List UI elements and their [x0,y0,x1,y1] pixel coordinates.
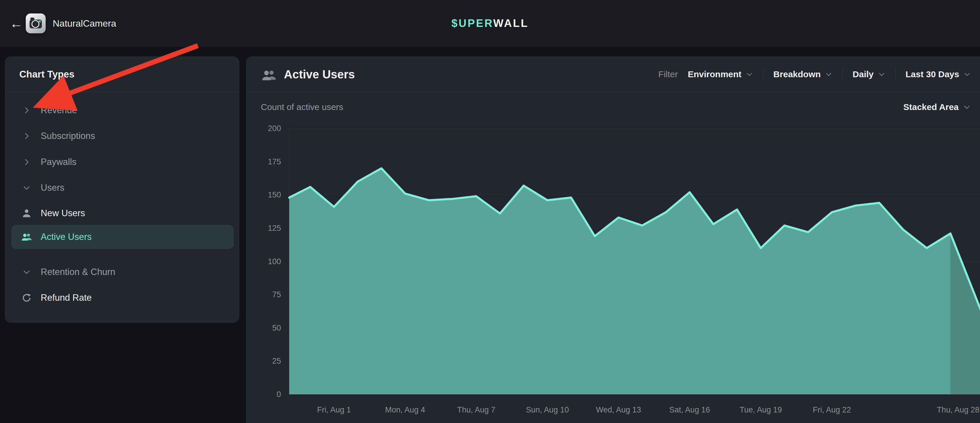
y-axis-tick: 175 [268,157,281,166]
chevron-down-icon [20,181,33,194]
x-axis-tick: Sat, Aug 16 [669,406,710,414]
sidebar-item-subscriptions[interactable]: Subscriptions [11,123,234,149]
refresh-icon [20,292,33,304]
sidebar-item-label: Retention & Churn [41,267,115,277]
area-fill-last-segment [950,233,980,394]
chevron-right-icon [20,104,33,117]
sidebar-item-label: Active Users [41,232,92,242]
x-axis-tick: Fri, Aug 1 [317,406,351,414]
sidebar-item-label: New Users [41,208,85,219]
logo-secondary: WALL [493,17,529,29]
app-root: ← NaturalCamera $UPERWALL Chart Types Re… [0,0,980,423]
chart-types-sidebar: Chart Types RevenueSubscriptionsPaywalls… [5,57,239,323]
y-axis-tick: 100 [268,257,281,266]
sidebar-item-retention-churn[interactable]: Retention & Churn [11,259,234,285]
sidebar-item-label: Subscriptions [41,131,95,141]
x-axis-tick: Fri, Aug 22 [813,406,851,414]
sidebar-item-new-users[interactable]: New Users [11,200,234,226]
sidebar-title: Chart Types [19,57,74,92]
chevron-right-icon [20,155,33,168]
people-icon [20,231,33,243]
sidebar-item-label: Users [41,182,64,193]
back-arrow-icon[interactable]: ← [8,14,25,32]
chevron-right-icon [20,130,33,143]
sidebar-item-refund-rate[interactable]: Refund Rate [11,285,234,311]
y-axis-tick: 75 [272,290,281,299]
y-axis-tick: 200 [268,124,281,133]
logo-primary: $UPER [451,17,493,29]
sidebar-item-label: Refund Rate [41,293,92,303]
sidebar-item-label: Paywalls [41,157,76,167]
top-bar: ← NaturalCamera $UPERWALL [0,0,980,47]
camera-glyph [26,13,46,33]
x-axis-tick: Mon, Aug 4 [385,406,425,414]
person-icon [20,207,33,220]
y-axis-tick: 25 [272,356,281,365]
chevron-down-icon [20,266,33,279]
sidebar-item-label: Revenue [41,105,77,116]
x-axis-tick: Wed, Aug 13 [596,406,641,414]
x-axis-tick: Thu, Aug 28 [937,406,979,414]
active-users-panel: Active Users Filter EnvironmentBreakdown… [246,57,980,423]
app-name: NaturalCamera [52,0,116,47]
camera-app-icon [26,13,46,33]
x-axis-tick: Sun, Aug 10 [526,406,569,414]
sidebar-item-active-users[interactable]: Active Users [11,225,234,249]
area-fill [289,168,950,394]
y-axis-tick: 50 [272,323,281,332]
sidebar-item-paywalls[interactable]: Paywalls [11,149,234,175]
x-axis-tick: Tue, Aug 19 [740,406,782,414]
sidebar-item-users[interactable]: Users [11,175,234,201]
superwall-logo: $UPERWALL [451,0,529,47]
sidebar-item-revenue[interactable]: Revenue [11,97,234,123]
y-axis-tick: 0 [277,390,281,399]
y-axis-tick: 150 [268,190,281,199]
x-axis-tick: Thu, Aug 7 [457,406,496,414]
active-users-chart: 0255075100125150175200Fri, Aug 1Mon, Aug… [247,57,980,423]
y-axis-tick: 125 [268,224,281,233]
